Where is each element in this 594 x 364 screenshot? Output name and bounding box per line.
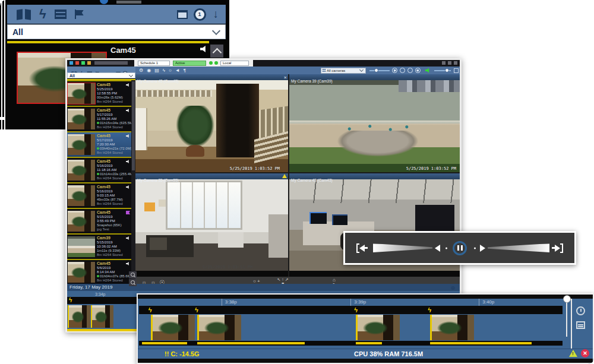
- sidebar-filter-dropdown[interactable]: All: [67, 72, 135, 78]
- app-icon[interactable]: [69, 61, 73, 65]
- event-duration-text: Snapshot (65K): [97, 223, 122, 227]
- event-list-item[interactable]: Cam455/15/20193:55:49 PMSnapshot (65K)jp…: [67, 208, 131, 233]
- event-list-item[interactable]: Cam455/16/20199:03:15 AM49m33s (87.7M)8m…: [67, 182, 131, 208]
- timeline-thumbnail[interactable]: [91, 305, 113, 328]
- warning-icon[interactable]: [569, 350, 577, 357]
- slider-knob[interactable]: [445, 68, 449, 72]
- volume-icon[interactable]: [425, 68, 431, 73]
- event-thumbnail[interactable]: [68, 236, 95, 257]
- snapshot-camera-icon[interactable]: ◉: [147, 67, 151, 74]
- timeline-thumbnail-track[interactable]: [139, 314, 563, 341]
- app-icon[interactable]: [81, 61, 85, 65]
- event-thumbnail[interactable]: [68, 211, 95, 232]
- video-feed[interactable]: 5/25/2019 1:03:52 PM: [289, 80, 460, 172]
- pane-header[interactable]: My Camera 43 (Cam43): [289, 173, 460, 179]
- timeline-thumbnail[interactable]: [68, 305, 90, 328]
- event-thumbnail[interactable]: [68, 83, 95, 104]
- maximize-icon[interactable]: [448, 61, 451, 65]
- clock-icon[interactable]: ○: [169, 67, 172, 74]
- video-feed[interactable]: 5/25/2019 1:03:52 PM: [135, 80, 288, 172]
- speaker-icon[interactable]: [200, 46, 208, 52]
- event-thumbnail[interactable]: [68, 134, 95, 155]
- close-icon[interactable]: ✕: [284, 75, 287, 81]
- pane-header[interactable]: My Camera 35 (Cam35): [135, 173, 288, 179]
- timeline-recording-track[interactable]: [139, 341, 563, 346]
- video-feed[interactable]: 5/25/2019 1:03:51 PM: [135, 179, 288, 271]
- camera-layout-dropdown[interactable]: All cameras: [321, 68, 366, 74]
- fullscreen-icon[interactable]: [454, 68, 459, 73]
- event-list-item[interactable]: Cam455/25/201912:58:55 PM00m26s (5.62M)8…: [67, 80, 131, 106]
- event-list-item[interactable]: Cam455/16/201911:18:16 AM01h14m33s (255.…: [67, 157, 131, 182]
- calendar-icon[interactable]: [177, 10, 188, 19]
- status-dropdown[interactable]: Active: [173, 61, 206, 66]
- volume-slider[interactable]: [434, 70, 451, 71]
- settings-gear-icon[interactable]: ⚙: [139, 67, 143, 74]
- timeline-zoom-knob[interactable]: [563, 295, 571, 303]
- reverse-speed-wedge[interactable]: [373, 243, 432, 252]
- sidebar-scrollbar[interactable]: [131, 80, 135, 284]
- timeline-thumbnail[interactable]: [356, 315, 400, 340]
- zoom-in-icon[interactable]: [129, 271, 137, 278]
- schedule-dropdown[interactable]: Schedule 1: [138, 61, 170, 66]
- zoom-out-icon[interactable]: [129, 279, 137, 286]
- clips-icon[interactable]: [55, 10, 67, 19]
- timeline-zoom-slider[interactable]: [566, 302, 567, 337]
- scroll-up-button[interactable]: [210, 45, 223, 58]
- mic-icon[interactable]: ¶: [184, 67, 186, 74]
- map-icon[interactable]: [17, 10, 31, 20]
- scrollbar-thumb[interactable]: [132, 81, 135, 170]
- source-dropdown[interactable]: Local: [220, 61, 249, 66]
- forward-speed-wedge[interactable]: [488, 243, 549, 252]
- pause-icon[interactable]: [453, 241, 467, 255]
- audio-icon[interactable]: ◄: [175, 67, 180, 74]
- lightning-icon[interactable]: ϟ: [39, 5, 46, 23]
- event-date: 5/16/2019: [97, 164, 131, 168]
- app-icon[interactable]: [75, 61, 79, 65]
- zoom-slider[interactable]: [369, 70, 390, 71]
- timeline-thumbnail[interactable]: [197, 315, 241, 340]
- event-list-item[interactable]: Cam395/15/201910:36:02 AM1m11s (9.33M)8m…: [67, 233, 131, 259]
- timeline-ruler[interactable]: 3:38p3:39p3:40p: [139, 299, 563, 306]
- ptz-arrows-row[interactable]: ↖ ↑ ↗: [274, 277, 291, 281]
- slider-knob[interactable]: [374, 68, 378, 72]
- pane-header[interactable]: My Camera 45 (Cam45) ✕: [135, 74, 288, 80]
- refresh-icon[interactable]: [415, 68, 421, 73]
- option-icon[interactable]: [400, 68, 405, 73]
- step-back-icon[interactable]: [435, 245, 440, 252]
- jump-start-icon[interactable]: [356, 243, 368, 253]
- record-dot-icon: [97, 275, 99, 277]
- camera-pane-cam35[interactable]: My Camera 35 (Cam35) 5/25/2019 1:03:51 P…: [135, 173, 288, 271]
- flag-icon[interactable]: [75, 10, 84, 19]
- link-icon[interactable]: [407, 68, 413, 73]
- event-list-item[interactable]: Cam455/17/201911:55:26 AM01h15m34s (635.…: [67, 106, 131, 131]
- camera-filter-dropdown[interactable]: All: [7, 24, 226, 39]
- timeline-thumbnail[interactable]: [430, 315, 474, 340]
- go-to-time-icon[interactable]: 1: [194, 8, 206, 21]
- event-thumbnail[interactable]: [68, 160, 95, 181]
- close-icon[interactable]: ✕: [581, 349, 589, 357]
- timeline-thumbnail[interactable]: [151, 315, 195, 340]
- event-thumbnail[interactable]: [68, 109, 95, 129]
- event-list-item[interactable]: Cam455/17/20197:20:30 AM03h40m21s (72.0M…: [67, 131, 131, 157]
- window-controls[interactable]: [442, 61, 457, 65]
- target-icon[interactable]: ◎: [451, 285, 455, 290]
- step-forward-icon[interactable]: [480, 245, 485, 252]
- camera-pane-cam45[interactable]: My Camera 45 (Cam45) ✕ 5/25/2019 1:03:52…: [135, 74, 288, 172]
- export-video-icon[interactable]: ▤: [154, 67, 159, 74]
- option-icon[interactable]: [392, 68, 397, 73]
- event-thumbnail[interactable]: [68, 185, 95, 206]
- export-icon[interactable]: ↓: [213, 8, 219, 20]
- camera-pane-cam39[interactable]: My Camera 39 (Cam39) 5/25/2019 1:03:52 P…: [289, 74, 460, 172]
- minimize-icon[interactable]: [442, 61, 446, 65]
- pane-header[interactable]: My Camera 39 (Cam39): [289, 74, 460, 80]
- lightning-icon[interactable]: ϟ: [163, 67, 165, 74]
- calendar-icon[interactable]: [576, 321, 585, 329]
- jump-end-icon[interactable]: [552, 243, 563, 253]
- event-list-item[interactable]: Cam455/6/20198:14:34 AM01h04m37s (85.6M)…: [67, 259, 131, 284]
- timeline-event-band[interactable]: ϟϟϟϟ: [139, 306, 563, 314]
- app-icon[interactable]: [87, 61, 91, 65]
- clock-icon[interactable]: [576, 306, 585, 315]
- video-toolbar: ⚙ ◉ ▤ ϟ ○ ◄ ¶ All cameras: [135, 67, 460, 74]
- close-icon[interactable]: [454, 61, 457, 65]
- event-thumbnail[interactable]: [68, 262, 95, 283]
